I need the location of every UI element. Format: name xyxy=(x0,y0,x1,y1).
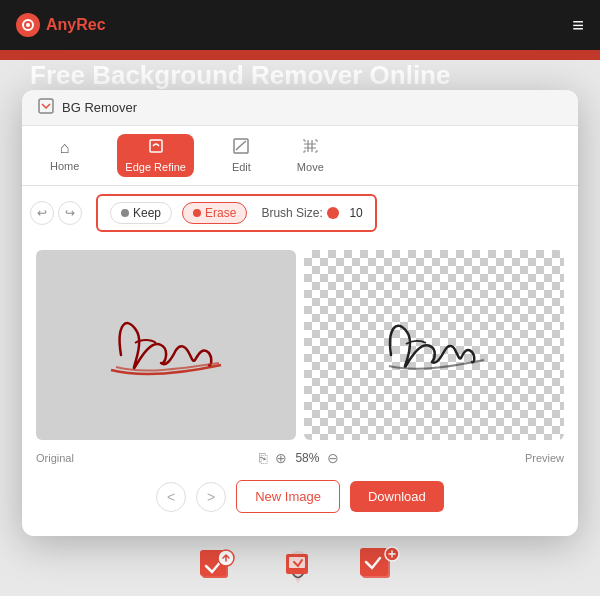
preview-signature xyxy=(369,300,499,390)
logo-suffix: Rec xyxy=(76,16,105,33)
modal-header: BG Remover xyxy=(22,90,578,126)
bottom-icon-3 xyxy=(358,544,402,588)
zoom-in-button[interactable]: ⊕ xyxy=(275,450,287,466)
bottom-icons-area xyxy=(0,536,600,596)
copy-button[interactable]: ⎘ xyxy=(259,450,267,466)
zoom-out-button[interactable]: ⊖ xyxy=(327,450,339,466)
tab-home[interactable]: ⌂ Home xyxy=(42,135,87,176)
preview-label: Preview xyxy=(525,452,564,464)
logo-text: AnyRec xyxy=(46,16,106,34)
edit-icon xyxy=(233,138,249,158)
erase-label: Erase xyxy=(205,206,236,220)
bg-remover-modal: BG Remover ⌂ Home Edge Refine xyxy=(22,90,578,536)
preview-canvas xyxy=(304,250,564,440)
modal-header-icon xyxy=(38,98,54,117)
status-center: ⎘ ⊕ 58% ⊖ xyxy=(259,450,339,466)
erase-dot xyxy=(193,209,201,217)
tab-home-label: Home xyxy=(50,160,79,172)
brush-size-label: Brush Size: xyxy=(261,206,322,220)
brush-size-value: 10 xyxy=(343,206,363,220)
download-button[interactable]: Download xyxy=(350,481,444,512)
brush-slider-thumb xyxy=(327,207,339,219)
tab-edit-label: Edit xyxy=(232,161,251,173)
tab-move[interactable]: Move xyxy=(289,134,332,177)
undo-redo-group: ↩ ↪ xyxy=(30,201,82,225)
bottom-icon-2-svg xyxy=(278,546,318,586)
svg-point-1 xyxy=(26,23,30,27)
page-title: Free Background Remover Online xyxy=(30,60,450,91)
original-signature xyxy=(91,295,241,395)
svg-rect-11 xyxy=(360,548,388,576)
hamburger-menu[interactable]: ≡ xyxy=(572,14,584,37)
move-icon xyxy=(302,138,318,158)
tab-edge-refine[interactable]: Edge Refine xyxy=(117,134,194,177)
page-background: AnyRec ≡ Free Background Remover Online … xyxy=(0,0,600,596)
original-label: Original xyxy=(36,452,74,464)
edge-controls: Keep Erase Brush Size: 10 xyxy=(96,194,377,232)
logo-icon xyxy=(16,13,40,37)
tab-edit[interactable]: Edit xyxy=(224,134,259,177)
keep-label: Keep xyxy=(133,206,161,220)
redo-button[interactable]: ↪ xyxy=(58,201,82,225)
tab-edge-refine-label: Edge Refine xyxy=(125,161,186,173)
next-button[interactable]: > xyxy=(196,482,226,512)
svg-rect-3 xyxy=(150,140,162,152)
bottom-icon-1 xyxy=(198,546,238,586)
svg-rect-2 xyxy=(39,99,53,113)
bottom-icon-1-svg xyxy=(198,546,238,586)
top-navigation: AnyRec ≡ xyxy=(0,0,600,50)
original-canvas xyxy=(36,250,296,440)
zoom-value: 58% xyxy=(295,451,319,465)
bottom-icon-2 xyxy=(278,546,318,586)
action-bar: < > New Image Download xyxy=(22,472,578,521)
logo-highlight: Any xyxy=(46,16,76,33)
status-bar: Original ⎘ ⊕ 58% ⊖ Preview xyxy=(22,444,578,472)
keep-dot xyxy=(121,209,129,217)
canvas-area xyxy=(22,240,578,440)
erase-button[interactable]: Erase xyxy=(182,202,247,224)
home-icon: ⌂ xyxy=(60,139,70,157)
undo-button[interactable]: ↩ xyxy=(30,201,54,225)
prev-button[interactable]: < xyxy=(156,482,186,512)
tab-move-label: Move xyxy=(297,161,324,173)
new-image-button[interactable]: New Image xyxy=(236,480,340,513)
toolbar-tabs: ⌂ Home Edge Refine xyxy=(22,126,578,186)
keep-button[interactable]: Keep xyxy=(110,202,172,224)
edge-refine-icon xyxy=(148,138,164,158)
bottom-icon-3-svg xyxy=(358,544,402,588)
modal-header-title: BG Remover xyxy=(62,100,137,115)
logo-area: AnyRec xyxy=(16,13,106,37)
